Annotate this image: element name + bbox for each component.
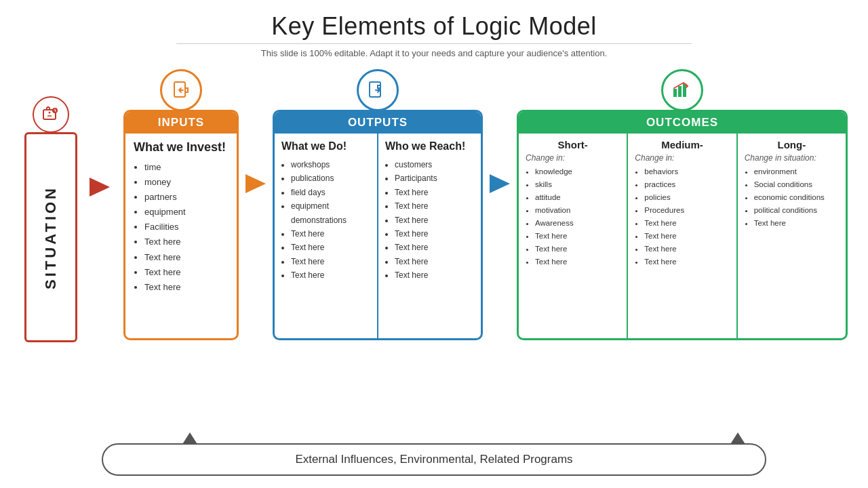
outcomes-box: OUTCOMES Short- Change in: knowledge ski… [517,110,848,340]
list-item: Text here [395,241,474,254]
list-item: knowledge [535,165,620,178]
outcomes-medium: Medium- Change in: behaviors practices p… [628,134,737,338]
inputs-column: INPUTS What we Invest! time money partne… [123,69,239,340]
outcomes-short-heading: Short- [526,139,620,150]
list-item: Text here [395,186,474,199]
list-item: Text here [395,268,474,282]
outputs-to-outcomes-arrow [490,174,510,193]
subtitle: This slide is 100% editable. Adapt it to… [261,48,608,58]
main-content: SITUATION INPUTS What we Invest! [20,69,848,427]
list-item: Text here [144,265,229,280]
list-item: Text here [144,280,229,295]
list-item: behaviors [644,165,729,178]
list-item: practices [644,178,729,191]
list-item: Facilities [144,220,229,235]
list-item: environment [754,165,839,178]
outputs-icon-circle [357,69,399,111]
list-item: Text here [535,256,620,268]
list-item: Procedures [644,204,729,217]
list-item: equipment [144,205,229,220]
list-item: skills [535,178,620,191]
list-item: Social conditions [754,178,839,191]
outcomes-short-change: Change in: [526,153,620,163]
inputs-icon-circle [160,69,202,111]
list-item: money [144,175,229,190]
arrow-shape [490,174,510,193]
bottom-bar: External Influences, Environmental, Rela… [102,443,766,476]
outcomes-short: Short- Change in: knowledge skills attit… [519,134,628,338]
list-item: Text here [395,199,474,213]
situation-icon [41,105,60,124]
inputs-header: INPUTS [125,112,237,134]
outcomes-column: OUTCOMES Short- Change in: knowledge ski… [517,69,848,340]
list-item: field days [291,186,370,199]
outcomes-long-heading: Long- [745,139,839,150]
list-item: Text here [291,255,370,268]
outcomes-inner: Short- Change in: knowledge skills attit… [519,134,846,338]
arrow-shape [90,178,117,197]
outputs-column: OUTPUTS What we Do! workshops publicatio… [273,69,483,340]
list-item: Text here [144,250,229,265]
outputs-right: Who we Reach! customers Participants Tex… [378,134,481,338]
list-item: workshops [291,158,370,171]
list-item: Text here [291,227,370,241]
inputs-list: time money partners equipment Facilities… [134,160,229,295]
list-item: Text here [644,230,729,243]
outcomes-long: Long- Change in situation: environment S… [738,134,846,338]
situation-icon-circle [33,96,69,133]
list-item: Text here [291,241,370,254]
outputs-left-list: workshops publications field days equipm… [281,158,370,283]
situation-box: SITUATION [24,132,77,342]
list-item: publications [291,171,370,185]
list-item: partners [144,190,229,205]
list-item: customers [395,158,474,171]
list-item: Text here [395,214,474,227]
outcomes-short-list: knowledge skills attitude motivation Awa… [526,165,620,268]
list-item: motivation [535,204,620,217]
outcomes-icon-circle [661,69,703,111]
outputs-icon [367,79,389,101]
situation-label: SITUATION [42,186,60,289]
svg-point-1 [49,112,51,114]
list-item: Text here [144,235,229,249]
svg-rect-7 [678,86,682,97]
list-item: Text here [754,217,839,230]
list-item: attitude [535,191,620,204]
page-wrapper: Key Elements of Logic Model This slide i… [0,0,868,488]
outcomes-header: OUTCOMES [519,112,846,134]
list-item: Text here [291,268,370,282]
outputs-inner: What we Do! workshops publications field… [275,134,481,338]
list-item: Participants [395,171,474,185]
list-item: economic conditions [754,191,839,204]
list-item: time [144,160,229,175]
outputs-right-list: customers Participants Text here Text he… [385,158,474,283]
list-item: Text here [535,243,620,256]
list-item: political conditions [754,204,839,217]
list-item: equipment demonstrations [291,199,370,227]
situation-column: SITUATION [20,96,81,342]
title-divider [176,43,692,44]
inputs-body: What we Invest! time money partners equi… [125,134,237,338]
list-item: Text here [644,217,729,230]
outcomes-long-list: environment Social conditions economic c… [745,165,839,230]
list-item: Awareness [535,217,620,230]
inputs-to-outputs-arrow [245,174,266,193]
outcomes-icon [671,79,693,101]
inputs-heading: What we Invest! [134,140,229,155]
list-item: Text here [535,230,620,243]
outcomes-long-change: Change in situation: [745,153,839,163]
outputs-left: What we Do! workshops publications field… [275,134,378,338]
outputs-left-heading: What we Do! [281,140,370,152]
outcomes-medium-heading: Medium- [635,139,729,150]
outputs-right-heading: Who we Reach! [385,140,474,152]
list-item: Text here [395,227,474,241]
outputs-header: OUTPUTS [275,112,481,134]
page-title: Key Elements of Logic Model [271,12,597,41]
svg-rect-6 [673,89,677,97]
inputs-icon [170,79,192,101]
inputs-box: INPUTS What we Invest! time money partne… [123,110,239,340]
situation-to-inputs-arrow [88,178,117,197]
outcomes-medium-change: Change in: [635,153,729,163]
bottom-area: External Influences, Environmental, Rela… [20,430,848,476]
outcomes-medium-list: behaviors practices policies Procedures … [635,165,729,268]
